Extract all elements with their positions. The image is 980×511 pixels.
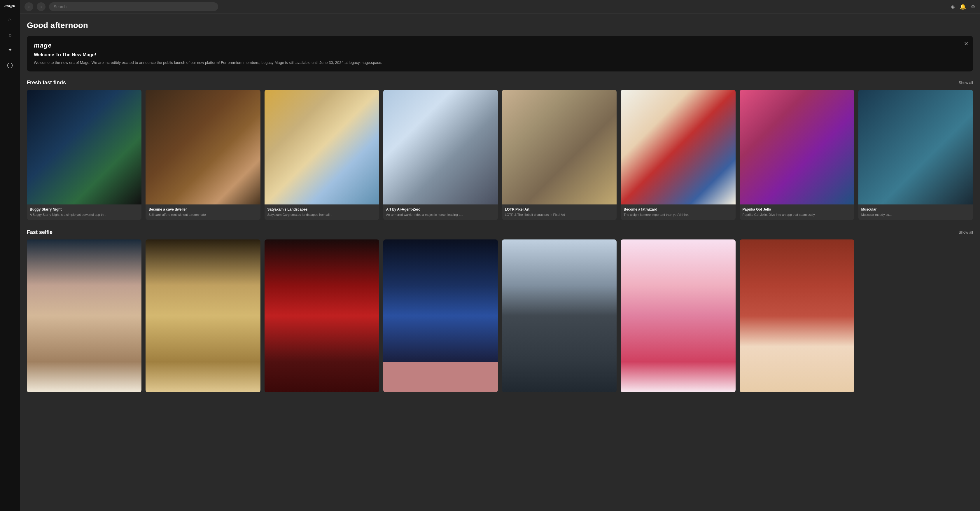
main-content: ‹ › ◈ 🔔 Good afternoon mage Welcome To T…	[20, 0, 980, 511]
selfie-card-1[interactable]	[27, 239, 142, 392]
selfie-card-ironman[interactable]	[264, 239, 379, 392]
card-image-jello	[740, 90, 854, 204]
back-button[interactable]: ‹	[24, 2, 33, 11]
banner-close-button[interactable]: ✕	[964, 41, 968, 47]
card-info-buggy: Buggy Starry Night A Buggy Starry Night …	[27, 204, 142, 220]
card-desc-warrior: An armored warrior rides a majestic hors…	[386, 213, 495, 217]
card-landscapes[interactable]: Satyakam's Landscapes Satyakam Garg crea…	[264, 90, 379, 220]
selfie-image-ironman	[264, 239, 379, 392]
card-lotr[interactable]: LOTR Pixel Art LOTR & The Hobbit charact…	[502, 90, 617, 220]
selfie-image-2	[146, 239, 260, 392]
selfie-card-athlete[interactable]	[502, 239, 617, 392]
card-image-landscape	[264, 90, 379, 204]
card-info-lotr: LOTR Pixel Art LOTR & The Hobbit charact…	[502, 204, 617, 220]
back-icon: ‹	[28, 4, 30, 9]
forward-icon: ›	[41, 4, 42, 9]
banner-title: Welcome To The New Mage!	[34, 52, 966, 57]
card-image-wizard	[620, 90, 735, 204]
card-desc-jello: Paprika Got Jello. Dive into an app that…	[743, 213, 851, 217]
discord-icon[interactable]: ◈	[951, 3, 955, 10]
selfie-section-title: Fast selfie	[27, 229, 52, 236]
card-info-wizard: Become a fat wizard The weight is more i…	[620, 204, 735, 220]
card-info-jello: Paprika Got Jello Paprika Got Jello. Div…	[740, 204, 854, 220]
sidebar-item-generate[interactable]	[6, 46, 13, 53]
card-image-warrior	[383, 90, 498, 204]
card-title-jello: Paprika Got Jello	[743, 207, 851, 212]
card-title-warrior: Art by AI-Agent-Zero	[386, 207, 495, 212]
banner-logo: mage	[34, 42, 966, 49]
banner-text: Welcome to the new era of Mage. We are i…	[34, 60, 966, 65]
settings-icon[interactable]	[970, 3, 975, 10]
selfie-image-athlete	[502, 239, 617, 392]
card-desc-buggy: A Buggy Starry Night is a simple yet pow…	[30, 213, 138, 217]
card-desc-cave: Still can't afford rent without a roomma…	[148, 213, 257, 217]
selfie-image-professor	[740, 239, 854, 392]
card-info-cave: Become a cave dweller Still can't afford…	[146, 204, 260, 220]
selfie-card-anime[interactable]	[620, 239, 735, 392]
card-fat-wizard[interactable]: Become a fat wizard The weight is more i…	[620, 90, 735, 220]
card-desc-lotr: LOTR & The Hobbit characters in Pixel Ar…	[505, 213, 614, 217]
card-desc-landscape: Satyakam Garg creates landscapes from al…	[267, 213, 376, 217]
sidebar: mage	[0, 0, 20, 511]
card-desc-wizard: The weight is more important than you'd …	[624, 213, 732, 217]
selfie-card-professor[interactable]	[740, 239, 854, 392]
card-cave-dweller[interactable]: Become a cave dweller Still can't afford…	[146, 90, 260, 220]
fresh-cards-grid: Buggy Starry Night A Buggy Starry Night …	[27, 90, 973, 220]
bell-icon[interactable]: 🔔	[959, 3, 966, 10]
card-title-buggy: Buggy Starry Night	[30, 207, 138, 212]
card-info-landscape: Satyakam's Landscapes Satyakam Garg crea…	[264, 204, 379, 220]
card-ai-agent-zero[interactable]: Art by AI-Agent-Zero An armored warrior …	[383, 90, 498, 220]
selfie-image-anime	[620, 239, 735, 392]
card-image-cave	[146, 90, 260, 204]
sidebar-item-profile[interactable]	[6, 62, 13, 68]
card-muscular[interactable]: Muscular Muscular moody cu...	[858, 90, 973, 220]
card-info-warrior: Art by AI-Agent-Zero An armored warrior …	[383, 204, 498, 220]
search-input[interactable]	[49, 2, 218, 11]
selfie-cards-grid	[27, 239, 973, 392]
card-image-lotr	[502, 90, 617, 204]
forward-button[interactable]: ›	[37, 2, 46, 11]
card-title-landscape: Satyakam's Landscapes	[267, 207, 376, 212]
selfie-card-keanu[interactable]	[383, 239, 498, 392]
card-title-wizard: Become a fat wizard	[624, 207, 732, 212]
card-title-muscular: Muscular	[861, 207, 970, 212]
card-desc-muscular: Muscular moody cu...	[861, 213, 970, 217]
card-image-muscular	[858, 90, 973, 204]
sidebar-item-search[interactable]	[6, 31, 13, 38]
greeting-text: Good afternoon	[27, 21, 973, 30]
card-info-muscular: Muscular Muscular moody cu...	[858, 204, 973, 220]
card-title-lotr: LOTR Pixel Art	[505, 207, 614, 212]
selfie-image-1	[27, 239, 142, 392]
card-buggy-starry-night[interactable]: Buggy Starry Night A Buggy Starry Night …	[27, 90, 142, 220]
fresh-show-all-button[interactable]: Show all	[959, 81, 973, 85]
selfie-show-all-button[interactable]: Show all	[959, 230, 973, 234]
selfie-section-header: Fast selfie Show all	[27, 229, 973, 236]
sidebar-logo[interactable]: mage	[5, 3, 16, 8]
fresh-section-header: Fresh fast finds Show all	[27, 80, 973, 86]
card-title-cave: Become a cave dweller	[148, 207, 257, 212]
card-image-buggy	[27, 90, 142, 204]
welcome-banner: mage Welcome To The New Mage! Welcome to…	[27, 36, 973, 72]
content-area: Good afternoon mage Welcome To The New M…	[20, 14, 980, 511]
topbar: ‹ › ◈ 🔔	[20, 0, 980, 14]
fresh-section-title: Fresh fast finds	[27, 80, 66, 86]
selfie-card-2[interactable]	[146, 239, 260, 392]
card-paprika[interactable]: Paprika Got Jello Paprika Got Jello. Div…	[740, 90, 854, 220]
selfie-image-keanu	[383, 239, 498, 392]
topbar-right: ◈ 🔔	[951, 3, 975, 10]
sidebar-item-home[interactable]	[6, 16, 13, 23]
